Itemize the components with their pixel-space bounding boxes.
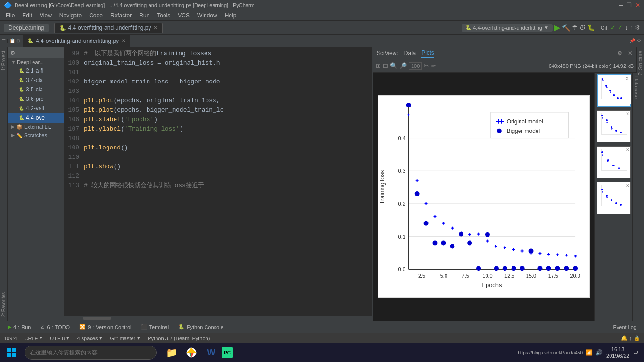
search-input[interactable] <box>25 346 157 360</box>
menu-edit[interactable]: Edit <box>18 11 36 20</box>
debug-button[interactable]: 🐛 <box>587 24 595 31</box>
editor-hscroll[interactable] <box>64 316 372 321</box>
status-python[interactable]: Python 3.7 (Beam_Python) <box>148 336 210 341</box>
terminal-tab[interactable]: ⬛ Terminal <box>137 323 173 331</box>
svg-point-69 <box>459 232 463 237</box>
menu-navigate[interactable]: Navigate <box>56 11 85 20</box>
thumb-1-close[interactable]: ✕ <box>625 76 629 81</box>
status-encoding[interactable]: UTF-8 ▾ <box>50 335 69 341</box>
sidebar-label-project[interactable]: 1: Project <box>0 47 7 74</box>
sidebar-toggle-icon[interactable]: ☰ <box>2 39 6 43</box>
sidebar-label-favorites[interactable]: 2: Favorites <box>0 288 7 321</box>
git-push-icon[interactable]: ↑ <box>630 24 633 31</box>
menu-help[interactable]: Help <box>221 11 240 20</box>
svg-point-96 <box>617 97 619 99</box>
sidebar-item-file3[interactable]: 🐍 3.5-cla <box>8 85 64 94</box>
taskbar-pycharm-icon[interactable]: PC <box>222 347 233 358</box>
menu-view[interactable]: View <box>36 11 56 20</box>
zoom-in-icon[interactable]: 🔍 <box>390 62 397 69</box>
svg-point-78 <box>537 266 542 271</box>
menu-vcs[interactable]: VCS <box>174 11 193 20</box>
sidebar-item-file5[interactable]: 🐍 4.2-vali <box>8 104 64 113</box>
project-collapse-icon[interactable]: ─ <box>17 50 21 56</box>
run-button[interactable]: ▶ <box>554 23 560 32</box>
sidebar-item-scratches[interactable]: ▶ ✏️ Scratches <box>8 131 64 140</box>
sciview-content: 0.0 0.1 0.2 0.3 0.4 <box>373 73 636 321</box>
code-editor[interactable]: 99 # 以下是我们两个网络的training losses 100 origi… <box>64 47 372 321</box>
recent-files-icon[interactable]: 📋 <box>9 38 15 43</box>
menu-window[interactable]: Window <box>193 11 221 20</box>
event-log-tab[interactable]: Event Log <box>609 323 640 331</box>
project-button[interactable]: DeepLearning <box>4 24 49 32</box>
thumb-1[interactable]: ✕ <box>597 74 631 107</box>
zoom-original-icon[interactable]: ⊟ <box>383 62 388 69</box>
indent-dropdown-icon: ▾ <box>99 335 102 341</box>
svg-text:Training loss: Training loss <box>379 170 386 205</box>
menu-refactor[interactable]: Refactor <box>107 11 135 20</box>
sidebar-item-file2[interactable]: 🐍 3.4-cla <box>8 75 64 85</box>
status-vcs[interactable]: Git: master ▾ <box>110 335 140 341</box>
thumb-2[interactable]: ✕ <box>597 110 631 142</box>
menu-bar: File Edit View Navigate Code Refactor Ru… <box>0 10 644 21</box>
coverage-button[interactable]: ☂ <box>572 24 578 31</box>
thumb-4-close[interactable]: ✕ <box>626 183 629 188</box>
title-text: DeepLearning [G:\Code\DeepLearning] - ..… <box>15 2 255 8</box>
structure-label[interactable]: Z: Structure <box>637 47 644 79</box>
pin-icon[interactable]: 📌 <box>629 38 635 43</box>
sidebar-item-file1[interactable]: 🐍 2.1-a-fi <box>8 66 64 75</box>
sciview-settings-icon[interactable]: ⚙ <box>617 50 622 57</box>
thumb-2-close[interactable]: ✕ <box>626 111 629 116</box>
status-indent[interactable]: 4 spaces ▾ <box>77 335 102 341</box>
taskbar-search[interactable] <box>25 346 157 360</box>
sciview-close-icon[interactable]: ✕ <box>628 50 633 57</box>
file-tab[interactable]: 🐍 4.4-overfitting-and-underfitting.py ✕ <box>54 23 162 33</box>
menu-file[interactable]: File <box>2 11 18 20</box>
thumb-4[interactable]: ✕ <box>597 182 631 214</box>
python-config-icon: 🐍 <box>465 25 471 30</box>
run-config-selector[interactable]: 🐍 4.4-overfitting-and-underfitting ▼ <box>462 24 553 32</box>
hscroll-thumb[interactable] <box>83 317 111 320</box>
python-console-tab[interactable]: 🐍 Python Console <box>174 323 227 331</box>
settings2-icon[interactable]: ⚙ <box>637 38 641 43</box>
svg-rect-144 <box>7 353 11 357</box>
close-editor-icon[interactable]: ✕ <box>122 38 125 43</box>
status-line-endings[interactable]: CRLF ▾ <box>25 335 43 341</box>
sciview-tab-plots[interactable]: Plots <box>421 49 434 58</box>
taskbar-explorer-icon[interactable]: 📁 <box>162 343 181 362</box>
start-button[interactable] <box>0 343 23 362</box>
menu-run[interactable]: Run <box>135 11 153 20</box>
minimize-button[interactable]: ─ <box>619 2 623 8</box>
settings-icon[interactable]: ⚙ <box>635 24 640 31</box>
taskbar-word-icon[interactable]: W <box>202 343 221 362</box>
thumb-3[interactable]: ✕ <box>597 146 631 178</box>
zoom-out-icon[interactable]: 🔎 <box>399 62 407 69</box>
run-tab[interactable]: ▶ 4: Run <box>4 323 34 331</box>
svg-point-135 <box>611 199 612 201</box>
menu-code[interactable]: Code <box>85 11 107 20</box>
project-root[interactable]: ▼ DeepLear... <box>8 58 64 66</box>
sidebar-item-external[interactable]: ▶ 📦 External Li... <box>8 123 64 131</box>
sciview-tab-data[interactable]: Data <box>404 49 416 58</box>
editor-tab-main[interactable]: 🐍 4.4-overfitting-and-underfitting.py ✕ <box>23 35 131 47</box>
profile-button[interactable]: ⏱ <box>579 24 586 31</box>
maximize-button[interactable]: ❐ <box>627 2 632 8</box>
git-update-icon[interactable]: ↓ <box>625 24 628 31</box>
close-tab-icon[interactable]: ✕ <box>153 25 157 31</box>
notification-icon[interactable]: 🗨 <box>633 350 638 355</box>
layout-icon[interactable]: ⊞ <box>16 38 20 43</box>
zoom-100-btn[interactable]: 100 <box>409 62 422 70</box>
build-button[interactable]: 🔨 <box>562 24 570 32</box>
thumb-3-close[interactable]: ✕ <box>626 147 629 152</box>
sidebar-item-file4[interactable]: 🐍 3.6-pre <box>8 94 64 104</box>
menu-tools[interactable]: Tools <box>153 11 174 20</box>
status-cursor-pos[interactable]: 109:4 <box>4 336 17 341</box>
sidebar-item-file6[interactable]: 🐍 4.4-ove <box>8 113 64 123</box>
taskbar-chrome-icon[interactable] <box>182 343 201 362</box>
draw-icon[interactable]: ✏ <box>431 62 436 69</box>
close-button[interactable]: ✕ <box>636 2 640 8</box>
crop-icon[interactable]: ✂ <box>424 62 429 69</box>
zoom-fit-icon[interactable]: ⊞ <box>376 62 381 69</box>
project-settings-icon[interactable]: ⚙ <box>10 50 15 56</box>
todo-tab[interactable]: ☑ 6: TODO <box>36 323 74 331</box>
vcs-tab[interactable]: 🔀 9: Version Control <box>75 323 135 331</box>
